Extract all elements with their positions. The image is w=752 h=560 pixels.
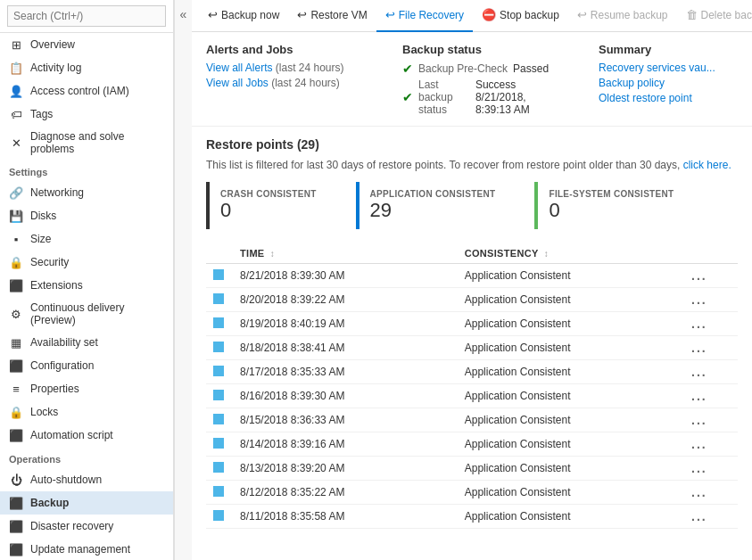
- row-indicator-cell: [206, 360, 233, 384]
- toolbar: ↩ Backup now ↩ Restore VM ↩ File Recover…: [192, 0, 752, 32]
- activity-log-icon: 📋: [9, 61, 23, 75]
- backup-icon: ⬛: [9, 496, 23, 510]
- sidebar-item-automation-script[interactable]: ⬛ Automation script: [0, 424, 173, 447]
- sidebar-collapse-button[interactable]: «: [174, 0, 192, 560]
- availability-set-icon: ▦: [9, 335, 23, 350]
- locks-icon: 🔒: [9, 405, 23, 419]
- row-consistency: Application Consistent: [458, 384, 684, 408]
- resume-backup-button[interactable]: ↩ Resume backup: [568, 0, 677, 32]
- sidebar-item-continuous-delivery[interactable]: ⚙ Continuous delivery (Preview): [0, 297, 173, 331]
- row-actions[interactable]: ...: [684, 336, 738, 360]
- row-actions[interactable]: ...: [684, 457, 738, 481]
- row-time: 8/18/2018 8:38:41 AM: [233, 336, 458, 360]
- sidebar-item-label: Size: [30, 233, 51, 245]
- row-more-button[interactable]: ...: [691, 292, 707, 307]
- disks-icon: 💾: [9, 209, 23, 223]
- table-row: 8/14/2018 8:39:16 AM Application Consist…: [206, 432, 738, 457]
- row-indicator-cell: [206, 312, 233, 336]
- sidebar-item-diagnose[interactable]: ✕ Diagnose and solve problems: [0, 126, 173, 160]
- sidebar-item-disks[interactable]: 💾 Disks: [0, 204, 173, 227]
- sidebar-item-update-management[interactable]: ⬛ Update management: [0, 538, 173, 560]
- view-all-alerts-text: View all Alerts: [206, 62, 272, 74]
- row-indicator-icon: [213, 317, 224, 328]
- row-more-button[interactable]: ...: [691, 509, 707, 523]
- row-more-button[interactable]: ...: [691, 437, 707, 451]
- sidebar-item-networking[interactable]: 🔗 Networking: [0, 181, 173, 204]
- row-more-button[interactable]: ...: [691, 268, 707, 283]
- sidebar-item-security[interactable]: 🔒 Security: [0, 251, 173, 274]
- sidebar-item-label: Access control (IAM): [30, 85, 129, 97]
- sidebar-item-size[interactable]: ▪ Size: [0, 227, 173, 251]
- row-consistency: Application Consistent: [458, 360, 684, 384]
- sidebar-section-operations: Operations ⏻ Auto-shutdown ⬛ Backup ⬛ Di…: [0, 447, 173, 560]
- sidebar-item-locks[interactable]: 🔒 Locks: [0, 400, 173, 424]
- row-time: 8/11/2018 8:35:58 AM: [233, 505, 458, 529]
- row-indicator-icon: [213, 414, 224, 424]
- summary-item-0[interactable]: Recovery services vau...: [599, 62, 752, 74]
- delete-backup-data-button[interactable]: 🗑 Delete backup data: [677, 0, 752, 32]
- restore-vm-button[interactable]: ↩ Restore VM: [288, 0, 376, 32]
- sidebar-item-label: Overview: [30, 38, 75, 51]
- sidebar-item-availability-set[interactable]: ▦ Availability set: [0, 331, 173, 354]
- sidebar-item-label: Continuous delivery (Preview): [30, 301, 164, 326]
- backup-precheck-row: ✔ Backup Pre-Check Passed: [402, 62, 563, 76]
- row-actions[interactable]: ...: [684, 360, 738, 384]
- sidebar-item-backup[interactable]: ⬛ Backup: [0, 491, 173, 515]
- col-consistency[interactable]: CONSISTENCY ↕: [458, 243, 684, 264]
- alerts-jobs-title: Alerts and Jobs: [206, 43, 367, 56]
- sidebar-item-access-control[interactable]: 👤 Access control (IAM): [0, 79, 173, 103]
- row-actions[interactable]: ...: [684, 481, 738, 505]
- view-all-jobs-link[interactable]: View all Jobs (last 24 hours): [206, 77, 367, 89]
- search-input[interactable]: [7, 5, 166, 27]
- row-consistency: Application Consistent: [458, 457, 684, 481]
- sidebar-item-tags[interactable]: 🏷 Tags: [0, 103, 173, 126]
- view-all-alerts-link[interactable]: View all Alerts (last 24 hours): [206, 62, 367, 74]
- overview-icon: ⊞: [9, 37, 23, 52]
- row-more-button[interactable]: ...: [691, 413, 707, 427]
- row-consistency: Application Consistent: [458, 432, 684, 457]
- sidebar-item-properties[interactable]: ≡ Properties: [0, 377, 173, 400]
- stop-backup-button[interactable]: ⛔ Stop backup: [473, 0, 568, 32]
- col-time[interactable]: TIME ↕: [233, 243, 458, 264]
- row-more-button[interactable]: ...: [691, 389, 707, 403]
- summary-item-1[interactable]: Backup policy: [599, 77, 752, 89]
- summary-item-2[interactable]: Oldest restore point: [599, 92, 752, 104]
- row-actions[interactable]: ...: [684, 432, 738, 457]
- row-actions[interactable]: ...: [684, 408, 738, 432]
- row-indicator-icon: [213, 510, 224, 521]
- row-actions[interactable]: ...: [684, 384, 738, 408]
- row-more-button[interactable]: ...: [691, 461, 707, 475]
- row-more-button[interactable]: ...: [691, 317, 707, 331]
- crash-consistent-count: 0: [220, 199, 317, 222]
- row-more-button[interactable]: ...: [691, 485, 707, 499]
- sidebar-item-disaster-recovery[interactable]: ⬛ Disaster recovery: [0, 515, 173, 538]
- sidebar-item-auto-shutdown[interactable]: ⏻ Auto-shutdown: [0, 468, 173, 491]
- filter-link[interactable]: click here.: [683, 159, 731, 171]
- row-actions[interactable]: ...: [684, 288, 738, 312]
- backup-now-button[interactable]: ↩ Backup now: [199, 0, 288, 32]
- sidebar-item-configuration[interactable]: ⬛ Configuration: [0, 354, 173, 377]
- table-row: 8/20/2018 8:39:22 AM Application Consist…: [206, 288, 738, 312]
- file-recovery-label: File Recovery: [399, 9, 464, 21]
- file-recovery-button[interactable]: ↩ File Recovery: [376, 0, 473, 32]
- search-box: [0, 0, 173, 33]
- row-more-button[interactable]: ...: [691, 365, 707, 379]
- backup-status-title: Backup status: [402, 43, 563, 56]
- sidebar-item-activity-log[interactable]: 📋 Activity log: [0, 56, 173, 79]
- extensions-icon: ⬛: [9, 278, 23, 292]
- row-time: 8/21/2018 8:39:30 AM: [233, 264, 458, 288]
- row-actions[interactable]: ...: [684, 505, 738, 529]
- crash-consistent-block: CRASH CONSISTENT 0: [206, 182, 335, 229]
- row-actions[interactable]: ...: [684, 312, 738, 336]
- row-actions[interactable]: ...: [684, 264, 738, 288]
- row-indicator-cell: [206, 264, 233, 288]
- sidebar-item-overview[interactable]: ⊞ Overview: [0, 33, 173, 56]
- properties-icon: ≡: [9, 382, 23, 396]
- sidebar-item-label: Update management: [30, 543, 130, 556]
- row-indicator-cell: [206, 336, 233, 360]
- row-consistency: Application Consistent: [458, 264, 684, 288]
- restore-points-tbody: 8/21/2018 8:39:30 AM Application Consist…: [206, 264, 738, 529]
- row-more-button[interactable]: ...: [691, 341, 707, 355]
- row-time: 8/19/2018 8:40:19 AM: [233, 312, 458, 336]
- sidebar-item-extensions[interactable]: ⬛ Extensions: [0, 274, 173, 297]
